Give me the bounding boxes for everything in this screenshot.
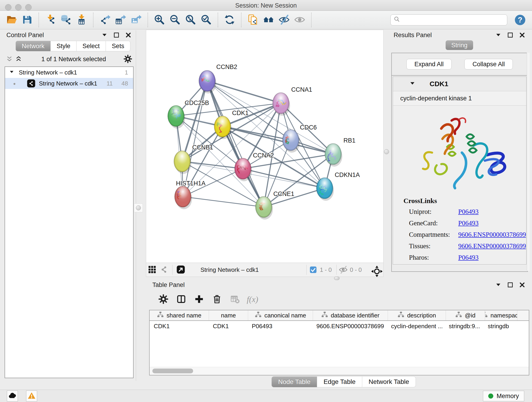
left-splitter-knob[interactable] [136,205,141,211]
crosslink-link[interactable]: P06493 [458,254,479,261]
panel-float-icon[interactable] [101,32,108,38]
network-node-CCNE1[interactable] [255,196,273,220]
crosslink-link[interactable]: P06493 [458,219,479,227]
create-column-button[interactable] [193,293,205,305]
tab-node-table[interactable]: Node Table [272,376,317,387]
selected-checkbox-icon[interactable] [309,265,317,274]
crosslink-link[interactable]: P06493 [458,208,479,215]
network-row[interactable]: String Network – cdk1 11 48 [5,78,133,89]
column-header-namespace[interactable]: namespace [485,310,517,320]
toolbar-group [39,13,94,27]
tab-style[interactable]: Style [51,41,76,51]
network-view: CCNB2CCNA1CDC25BCDK1CDC6RB1CCNB1CCNA2CDK… [146,30,384,277]
gene-caret-icon[interactable] [409,80,417,88]
table-cell[interactable]: 9606.ENSP00000378699 [312,321,387,332]
network-node-CCNA2[interactable] [234,158,252,181]
collection-caret-icon[interactable] [9,69,16,76]
detach-view-button[interactable] [175,264,187,276]
save-session-button[interactable] [19,13,35,27]
network-node-CDKN1A[interactable] [317,178,334,201]
import-network-from-file-button[interactable] [43,13,58,27]
panel-undock-icon[interactable] [507,32,514,38]
network-node-CCNB2[interactable] [199,70,216,94]
column-header-name[interactable]: name [209,310,248,320]
search-box[interactable] [390,14,507,26]
network-collection-row[interactable]: String Network – cdk1 1 [5,67,133,78]
delete-column-button[interactable] [211,293,223,305]
column-header-canonical-name[interactable]: canonical name [248,310,313,320]
right-splitter-knob[interactable] [384,149,389,154]
network-node-HIST1H1A[interactable] [175,186,192,209]
expand-all-button[interactable]: Expand All [406,59,452,70]
table-cell[interactable]: stringdb [484,321,516,332]
zoom-out-button[interactable] [167,13,183,27]
hide-selected-button[interactable] [276,13,292,27]
results-scrollbar-track[interactable] [527,53,530,271]
export-network-icon [99,14,110,26]
panel-undock-icon[interactable] [507,281,514,288]
panel-float-icon[interactable] [495,281,502,288]
column-header-database-identifier[interactable]: database identifier [313,310,388,320]
expand-all-icon[interactable] [15,55,24,63]
help-button[interactable]: ? [514,14,526,26]
warnings-button[interactable] [26,390,37,402]
memory-button[interactable]: Memory [483,391,524,401]
collapse-all-button[interactable]: Collapse All [464,59,513,70]
export-image-button[interactable] [128,13,144,27]
network-canvas[interactable]: CCNB2CCNA1CDC25BCDK1CDC6RB1CCNB1CCNA2CDK… [146,30,383,263]
table-row[interactable]: CDK1CDK1P064939606.ENSP00000378699cyclin… [150,321,529,332]
column-label: namespace [491,312,517,319]
table-cell[interactable]: P06493 [248,321,312,332]
panel-close-icon[interactable] [519,32,526,38]
collapse-all-icon[interactable] [6,55,15,63]
table-toolbar: f(x) [148,290,530,308]
open-session-button[interactable] [4,13,19,27]
tab-network[interactable]: Network [16,41,51,51]
panel-close-icon[interactable] [125,32,132,38]
column-header-shared-name[interactable]: shared name [150,310,209,320]
zoom-in-button[interactable] [152,13,167,27]
crosslink-link[interactable]: 9606.ENSP00000378699 [458,242,526,249]
gene-section-header[interactable]: CDK1 [393,77,526,91]
panel-undock-icon[interactable] [113,32,120,38]
column-header-description[interactable]: description [388,310,446,320]
table-options-button[interactable] [157,293,169,305]
show-all-button [292,13,307,27]
search-input[interactable] [401,15,507,25]
svg-text:?: ? [518,16,522,24]
tab-edge-table[interactable]: Edge Table [317,376,362,387]
cloud-status-button[interactable] [7,390,18,402]
network-node-CCNB1[interactable] [174,151,191,174]
table-cell[interactable]: CDK1 [209,321,248,332]
table-hscrollbar-thumb[interactable] [152,369,193,373]
toolbar-group [94,13,148,27]
panel-close-icon[interactable] [519,281,526,288]
import-table-from-file-button[interactable] [74,13,89,27]
network-options-gear-icon[interactable] [123,55,133,64]
tab-select[interactable]: Select [76,41,106,51]
tab-string[interactable]: String [446,40,473,50]
network-overview-button[interactable] [158,264,170,276]
network-node-RB1[interactable] [325,143,342,167]
crosslink-link[interactable]: 9606.ENSP00000378699 [458,231,526,238]
table-hscrollbar-track[interactable] [150,367,529,375]
table-cell[interactable]: CDK1 [150,321,209,332]
panel-float-icon[interactable] [495,32,502,38]
first-neighbors-button[interactable] [261,13,276,27]
tab-network-table[interactable]: Network Table [362,376,416,387]
birdseye-navigate-icon[interactable] [371,265,380,274]
birds-eye-grid-button[interactable] [146,264,158,276]
export-network-button[interactable] [97,13,113,27]
table-cell[interactable]: cyclin-dependent ... [387,321,445,332]
zoom-selected-button[interactable] [198,13,214,27]
apply-preferred-layout-button[interactable] [222,13,237,27]
show-columns-button[interactable] [175,293,187,305]
table-cell[interactable]: stringdb:9... [445,321,484,332]
bottom-splitter-knob[interactable] [334,276,340,280]
new-network-from-selection-button[interactable] [245,13,261,27]
export-table-button[interactable] [113,13,128,27]
zoom-fit-content-button[interactable] [183,13,198,27]
column-header--id[interactable]: @id [446,310,485,320]
tab-sets[interactable]: Sets [106,41,130,51]
import-network-from-database-button[interactable] [58,13,74,27]
